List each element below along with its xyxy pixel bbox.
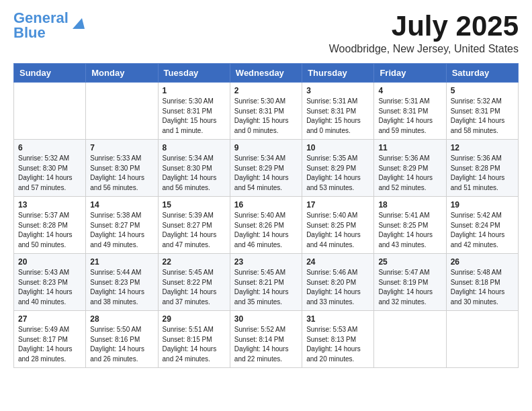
day-info: Sunrise: 5:50 AMSunset: 8:16 PMDaylight:… (90, 325, 153, 364)
day-number: 22 (163, 257, 226, 267)
calendar-cell: 26Sunrise: 5:48 AMSunset: 8:18 PMDayligh… (446, 254, 518, 311)
calendar-cell: 7Sunrise: 5:33 AMSunset: 8:30 PMDaylight… (86, 140, 158, 197)
day-info: Sunrise: 5:31 AMSunset: 8:31 PMDaylight:… (378, 97, 441, 136)
day-number: 8 (163, 143, 226, 152)
calendar-cell (374, 311, 446, 368)
calendar-cell: 11Sunrise: 5:36 AMSunset: 8:29 PMDayligh… (374, 140, 446, 197)
svg-marker-0 (73, 18, 85, 29)
calendar-cell (86, 83, 158, 140)
calendar-cell: 9Sunrise: 5:34 AMSunset: 8:29 PMDaylight… (230, 140, 302, 197)
day-info: Sunrise: 5:42 AMSunset: 8:24 PMDaylight:… (451, 211, 514, 250)
day-info: Sunrise: 5:51 AMSunset: 8:15 PMDaylight:… (163, 325, 226, 364)
calendar-cell: 12Sunrise: 5:36 AMSunset: 8:28 PMDayligh… (446, 140, 518, 197)
weekday-header-thursday: Thursday (302, 64, 374, 83)
logo-icon (70, 15, 85, 30)
calendar-cell: 1Sunrise: 5:30 AMSunset: 8:31 PMDaylight… (158, 83, 230, 140)
logo-text: GeneralBlue (13, 11, 69, 40)
day-number: 30 (234, 314, 298, 324)
day-info: Sunrise: 5:30 AMSunset: 8:31 PMDaylight:… (234, 97, 298, 136)
day-number: 9 (234, 143, 298, 152)
day-number: 25 (378, 257, 441, 267)
day-info: Sunrise: 5:45 AMSunset: 8:22 PMDaylight:… (163, 268, 226, 307)
day-number: 28 (90, 314, 153, 324)
day-number: 2 (234, 86, 298, 95)
weekday-header-sunday: Sunday (14, 64, 86, 83)
calendar-cell: 21Sunrise: 5:44 AMSunset: 8:23 PMDayligh… (86, 254, 158, 311)
day-number: 29 (163, 314, 226, 324)
day-info: Sunrise: 5:34 AMSunset: 8:29 PMDaylight:… (234, 154, 298, 193)
day-info: Sunrise: 5:38 AMSunset: 8:27 PMDaylight:… (90, 211, 153, 250)
title-section: July 2025 Woodbridge, New Jersey, United… (329, 11, 519, 55)
calendar-cell: 2Sunrise: 5:30 AMSunset: 8:31 PMDaylight… (230, 83, 302, 140)
day-info: Sunrise: 5:40 AMSunset: 8:25 PMDaylight:… (306, 211, 369, 250)
day-number: 16 (234, 200, 298, 210)
day-number: 23 (234, 257, 298, 267)
day-info: Sunrise: 5:41 AMSunset: 8:25 PMDaylight:… (378, 211, 441, 250)
day-info: Sunrise: 5:32 AMSunset: 8:31 PMDaylight:… (451, 97, 514, 136)
day-info: Sunrise: 5:32 AMSunset: 8:30 PMDaylight:… (18, 154, 81, 193)
calendar-cell: 29Sunrise: 5:51 AMSunset: 8:15 PMDayligh… (158, 311, 230, 368)
calendar-cell: 19Sunrise: 5:42 AMSunset: 8:24 PMDayligh… (446, 197, 518, 254)
day-info: Sunrise: 5:40 AMSunset: 8:26 PMDaylight:… (234, 211, 298, 250)
day-info: Sunrise: 5:34 AMSunset: 8:30 PMDaylight:… (163, 154, 226, 193)
day-number: 14 (90, 200, 153, 210)
day-info: Sunrise: 5:53 AMSunset: 8:13 PMDaylight:… (306, 325, 369, 364)
day-number: 10 (306, 143, 369, 152)
day-number: 17 (306, 200, 369, 210)
weekday-header-wednesday: Wednesday (230, 64, 302, 83)
day-info: Sunrise: 5:49 AMSunset: 8:17 PMDaylight:… (18, 325, 81, 364)
calendar-cell: 22Sunrise: 5:45 AMSunset: 8:22 PMDayligh… (158, 254, 230, 311)
calendar-cell: 27Sunrise: 5:49 AMSunset: 8:17 PMDayligh… (14, 311, 86, 368)
calendar-cell: 25Sunrise: 5:47 AMSunset: 8:19 PMDayligh… (374, 254, 446, 311)
calendar-cell: 10Sunrise: 5:35 AMSunset: 8:29 PMDayligh… (302, 140, 374, 197)
calendar-week-1: 1Sunrise: 5:30 AMSunset: 8:31 PMDaylight… (14, 83, 519, 140)
calendar-table: SundayMondayTuesdayWednesdayThursdayFrid… (13, 63, 519, 368)
weekday-header-monday: Monday (86, 64, 158, 83)
calendar-cell: 30Sunrise: 5:52 AMSunset: 8:14 PMDayligh… (230, 311, 302, 368)
calendar-cell: 16Sunrise: 5:40 AMSunset: 8:26 PMDayligh… (230, 197, 302, 254)
logo: GeneralBlue (13, 11, 85, 40)
calendar-cell: 15Sunrise: 5:39 AMSunset: 8:27 PMDayligh… (158, 197, 230, 254)
day-number: 26 (451, 257, 514, 267)
location: Woodbridge, New Jersey, United States (329, 43, 519, 55)
day-info: Sunrise: 5:39 AMSunset: 8:27 PMDaylight:… (163, 211, 226, 250)
day-info: Sunrise: 5:47 AMSunset: 8:19 PMDaylight:… (378, 268, 441, 307)
day-number: 4 (378, 86, 441, 95)
day-number: 18 (378, 200, 441, 210)
day-info: Sunrise: 5:36 AMSunset: 8:28 PMDaylight:… (451, 154, 514, 193)
day-number: 13 (18, 200, 81, 210)
calendar-cell: 17Sunrise: 5:40 AMSunset: 8:25 PMDayligh… (302, 197, 374, 254)
day-info: Sunrise: 5:43 AMSunset: 8:23 PMDaylight:… (18, 268, 81, 307)
calendar-cell (446, 311, 518, 368)
calendar-cell: 31Sunrise: 5:53 AMSunset: 8:13 PMDayligh… (302, 311, 374, 368)
day-info: Sunrise: 5:33 AMSunset: 8:30 PMDaylight:… (90, 154, 153, 193)
weekday-header-friday: Friday (374, 64, 446, 83)
day-number: 11 (378, 143, 441, 152)
page-header: GeneralBlue July 2025 Woodbridge, New Je… (13, 11, 519, 55)
calendar-week-2: 6Sunrise: 5:32 AMSunset: 8:30 PMDaylight… (14, 140, 519, 197)
day-number: 24 (306, 257, 369, 267)
day-info: Sunrise: 5:36 AMSunset: 8:29 PMDaylight:… (378, 154, 441, 193)
weekday-header-row: SundayMondayTuesdayWednesdayThursdayFrid… (14, 64, 519, 83)
day-number: 3 (306, 86, 369, 95)
calendar-cell: 14Sunrise: 5:38 AMSunset: 8:27 PMDayligh… (86, 197, 158, 254)
weekday-header-saturday: Saturday (446, 64, 518, 83)
day-number: 19 (451, 200, 514, 210)
day-info: Sunrise: 5:35 AMSunset: 8:29 PMDaylight:… (306, 154, 369, 193)
calendar-cell: 28Sunrise: 5:50 AMSunset: 8:16 PMDayligh… (86, 311, 158, 368)
day-number: 27 (18, 314, 81, 324)
calendar-cell: 13Sunrise: 5:37 AMSunset: 8:28 PMDayligh… (14, 197, 86, 254)
calendar-cell: 23Sunrise: 5:45 AMSunset: 8:21 PMDayligh… (230, 254, 302, 311)
day-info: Sunrise: 5:45 AMSunset: 8:21 PMDaylight:… (234, 268, 298, 307)
weekday-header-tuesday: Tuesday (158, 64, 230, 83)
calendar-cell: 24Sunrise: 5:46 AMSunset: 8:20 PMDayligh… (302, 254, 374, 311)
calendar-cell: 8Sunrise: 5:34 AMSunset: 8:30 PMDaylight… (158, 140, 230, 197)
month-title: July 2025 (329, 11, 519, 42)
day-number: 15 (163, 200, 226, 210)
calendar-cell: 6Sunrise: 5:32 AMSunset: 8:30 PMDaylight… (14, 140, 86, 197)
day-number: 31 (306, 314, 369, 324)
day-info: Sunrise: 5:48 AMSunset: 8:18 PMDaylight:… (451, 268, 514, 307)
day-number: 20 (18, 257, 81, 267)
day-info: Sunrise: 5:46 AMSunset: 8:20 PMDaylight:… (306, 268, 369, 307)
calendar-cell: 4Sunrise: 5:31 AMSunset: 8:31 PMDaylight… (374, 83, 446, 140)
